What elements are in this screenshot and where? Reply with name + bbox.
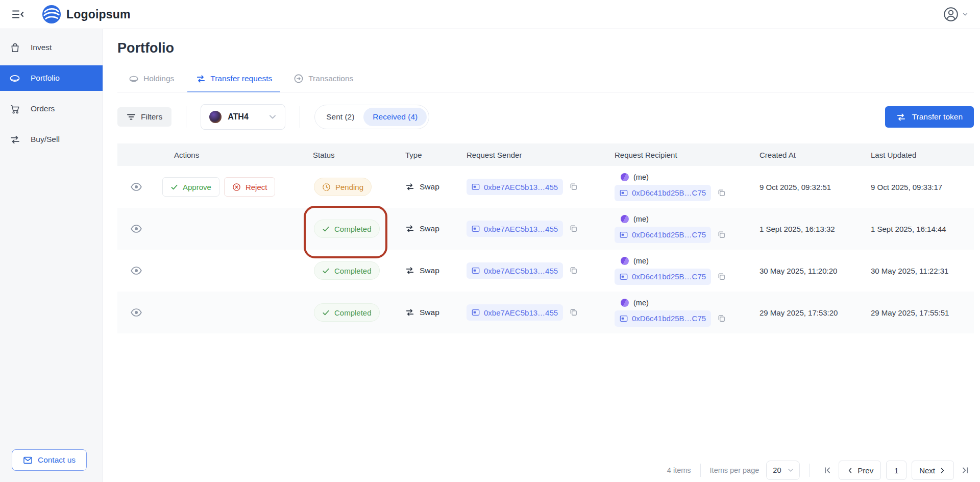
type-cell: Swap [397, 224, 458, 233]
check-icon [170, 183, 178, 191]
tab-label: Transfer requests [210, 74, 272, 83]
recipient-address-chip[interactable]: 0xD6c41bd25B…C75 [615, 310, 711, 327]
transfer-token-button[interactable]: Transfer token [885, 106, 974, 128]
page-title: Portfolio [117, 40, 974, 56]
app-logo[interactable]: Logoipsum [42, 5, 131, 24]
type-label: Swap [420, 182, 439, 191]
approve-button-label: Approve [183, 183, 211, 191]
user-menu[interactable] [943, 7, 969, 22]
view-details-eye-icon[interactable] [130, 264, 142, 277]
last-updated-cell: 29 May 2025, 17:55:51 [867, 308, 974, 317]
view-details-eye-icon[interactable] [130, 223, 142, 235]
sidebar-item-orders[interactable]: Orders [0, 96, 103, 122]
wallet-icon [472, 225, 480, 232]
created-at-cell: 1 Sept 2025, 16:13:32 [754, 225, 867, 233]
coin-icon [9, 73, 20, 84]
prev-page-button[interactable]: Prev [839, 461, 881, 480]
request-sender-cell: 0xbe7AEC5b13…455 [458, 221, 606, 237]
table-row: Completed Swap 0xbe7AEC5b13…455 [117, 208, 974, 250]
sidebar-item-label: Buy/Sell [31, 135, 60, 144]
status-badge: Pending [314, 178, 372, 196]
type-label: Swap [420, 308, 439, 317]
next-label: Next [919, 466, 935, 475]
sender-address-chip[interactable]: 0xbe7AEC5b13…455 [467, 221, 563, 237]
recipient-address: 0xD6c41bd25B…C75 [632, 230, 706, 239]
sender-address-chip[interactable]: 0xbe7AEC5b13…455 [467, 179, 563, 195]
last-updated-cell: 1 Sept 2025, 16:14:44 [867, 225, 974, 233]
filter-icon [127, 112, 136, 122]
tab-holdings[interactable]: Holdings [128, 66, 175, 92]
tab-transactions[interactable]: Transactions [292, 66, 354, 92]
circle-arrow-icon [293, 74, 304, 84]
sidebar: Invest Portfolio Orders [0, 29, 103, 482]
recipient-address-chip[interactable]: 0xD6c41bd25B…C75 [615, 185, 711, 201]
sidebar-item-label: Portfolio [31, 74, 60, 83]
toggle-option-sent[interactable]: Sent (2) [317, 108, 363, 126]
recipient-address: 0xD6c41bd25B…C75 [632, 314, 706, 323]
items-per-page-label: Items per page [710, 466, 760, 474]
toggle-option-received[interactable]: Received (4) [363, 108, 427, 126]
view-details-eye-icon[interactable] [130, 181, 142, 193]
chevron-left-icon [846, 467, 854, 474]
page-number-button[interactable]: 1 [886, 461, 906, 480]
tab-bar: Holdings Transfer requests Transactions [117, 66, 974, 92]
contact-us-button[interactable]: Contact us [12, 449, 87, 471]
type-label: Swap [420, 266, 439, 275]
first-page-icon[interactable] [819, 461, 836, 480]
swap-icon [195, 74, 206, 84]
recipient-address-chip[interactable]: 0xD6c41bd25B…C75 [615, 227, 711, 243]
last-page-icon[interactable] [957, 461, 974, 480]
column-header-request-sender: Request Sender [458, 151, 606, 159]
sender-address-chip[interactable]: 0xbe7AEC5b13…455 [467, 304, 563, 321]
request-recipient-cell: (me) 0xD6c41bd25B…C75 [606, 215, 754, 243]
status-badge: Completed [314, 261, 380, 280]
sidebar-item-portfolio[interactable]: Portfolio [0, 65, 103, 91]
type-cell: Swap [397, 182, 458, 191]
sidebar-item-label: Orders [31, 104, 55, 113]
recipient-me-label: (me) [633, 173, 649, 181]
recipient-address: 0xD6c41bd25B…C75 [632, 272, 706, 281]
copy-icon[interactable] [717, 188, 726, 198]
logo-text: Logoipsum [66, 8, 131, 21]
sidebar-collapse-icon[interactable] [11, 8, 24, 21]
token-select[interactable]: ATH4 [201, 104, 285, 130]
copy-icon[interactable] [717, 272, 726, 281]
divider [700, 464, 701, 477]
sidebar-item-invest[interactable]: Invest [0, 35, 103, 60]
divider [809, 464, 810, 477]
table-row: Completed Swap 0xbe7AEC5b13…455 [117, 292, 974, 333]
request-sender-cell: 0xbe7AEC5b13…455 [458, 179, 606, 195]
sidebar-item-buy-sell[interactable]: Buy/Sell [0, 127, 103, 152]
copy-icon[interactable] [717, 314, 726, 323]
pagination-bar: 4 items Items per page 20 Prev 1 Next [667, 461, 974, 480]
next-page-button[interactable]: Next [912, 461, 954, 480]
copy-icon[interactable] [569, 266, 578, 275]
status-label: Completed [334, 225, 372, 233]
swap-icon [405, 224, 414, 233]
token-coin-icon [209, 111, 222, 123]
page-size-select[interactable]: 20 [766, 461, 800, 480]
wallet-icon [620, 315, 628, 322]
view-details-eye-icon[interactable] [130, 306, 142, 319]
copy-icon[interactable] [569, 182, 578, 191]
coin-icon [129, 74, 139, 84]
wallet-icon [620, 189, 628, 197]
main-content: Portfolio Holdings Transfer requests [104, 29, 980, 482]
column-header-request-recipient: Request Recipient [606, 151, 754, 159]
copy-icon[interactable] [569, 308, 578, 317]
direction-toggle: Sent (2) Received (4) [314, 105, 429, 129]
recipient-address-chip[interactable]: 0xD6c41bd25B…C75 [615, 269, 711, 285]
filters-button[interactable]: Filters [117, 107, 172, 127]
sender-address-chip[interactable]: 0xbe7AEC5b13…455 [467, 262, 563, 279]
check-icon [322, 267, 330, 275]
user-menu-chevron-icon [962, 11, 969, 18]
tab-transfer-requests[interactable]: Transfer requests [194, 66, 273, 92]
contact-us-label: Contact us [38, 455, 76, 465]
approve-button[interactable]: Approve [162, 177, 219, 197]
copy-icon[interactable] [569, 224, 578, 233]
last-updated-cell: 9 Oct 2025, 09:33:17 [867, 183, 974, 191]
sender-address: 0xbe7AEC5b13…455 [484, 225, 558, 233]
copy-icon[interactable] [717, 230, 726, 239]
tab-label: Transactions [308, 74, 353, 83]
reject-button[interactable]: Reject [224, 177, 276, 197]
